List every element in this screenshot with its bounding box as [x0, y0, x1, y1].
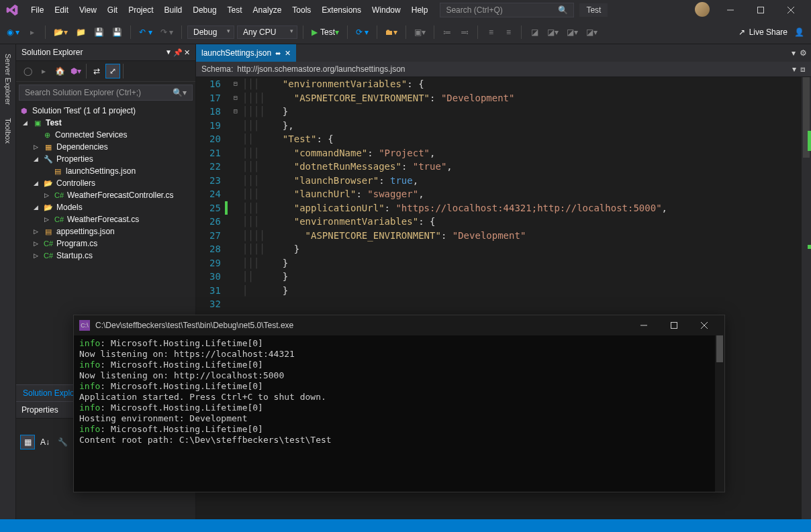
tool-btn-3[interactable]: ≕ [457, 25, 472, 40]
browser-link-button[interactable]: 🖿▾ [383, 25, 400, 40]
navigate-forward-button[interactable]: ▸ [25, 25, 40, 40]
tool-btn-4[interactable]: ≡ [483, 25, 498, 40]
solution-root[interactable]: ⬢ Solution 'Test' (1 of 1 project) [16, 105, 195, 117]
solution-explorer-tab[interactable]: Solution Explo [16, 385, 81, 401]
panel-dropdown-icon[interactable]: ▼ [165, 48, 172, 57]
expand-icon[interactable]: ▷ [31, 144, 40, 150]
console-title-text: C:\Dev\steffbeckers\test\Test\bin\Debug\… [95, 321, 293, 330]
appsettings-node[interactable]: ▷ ▤ appsettings.json [16, 225, 195, 237]
categorized-icon[interactable]: ▦ [20, 435, 35, 449]
config-dropdown[interactable]: Debug [187, 25, 234, 39]
alpha-icon[interactable]: A↓ [38, 435, 52, 449]
expand-icon[interactable]: ◢ [31, 156, 40, 162]
tool-btn-5[interactable]: ≡ [501, 25, 516, 40]
navigate-back-button[interactable]: ◉ ▾ [4, 25, 22, 40]
tool-btn-2[interactable]: ≔ [440, 25, 455, 40]
switch-view-icon[interactable]: ⬢▾ [68, 64, 83, 78]
solution-search-input[interactable]: Search Solution Explorer (Ctrl+;) 🔍▾ [19, 85, 193, 101]
menu-view[interactable]: View [74, 3, 102, 17]
menu-debug[interactable]: Debug [187, 3, 222, 17]
panel-close-icon[interactable]: ✕ [184, 48, 190, 57]
expand-icon[interactable]: ◢ [20, 119, 30, 126]
undo-button[interactable]: ↶ ▾ [136, 25, 154, 40]
back-icon[interactable]: ◯ [20, 64, 35, 78]
models-node[interactable]: ◢ 📂 Models [16, 201, 195, 213]
menu-edit[interactable]: Edit [49, 3, 74, 17]
global-search-input[interactable]: Search (Ctrl+Q) 🔍 [440, 3, 574, 17]
new-project-button[interactable]: 📂▾ [51, 25, 70, 40]
refresh-button[interactable]: ⟳ ▾ [353, 25, 371, 40]
save-button[interactable]: 💾 [91, 25, 107, 40]
platform-dropdown[interactable]: Any CPU [237, 25, 297, 39]
redo-button[interactable]: ↷ ▾ [158, 25, 176, 40]
tool-btn-6[interactable]: ◪▾ [544, 25, 561, 40]
sync-icon[interactable]: ⇄ [89, 64, 104, 78]
console-output[interactable]: info: Microsoft.Hosting.Lifetime[0] Now … [74, 335, 724, 492]
minimize-button[interactable] [715, 2, 745, 18]
wfc-node[interactable]: ▷ C# WeatherForecastController.cs [16, 189, 195, 201]
menu-file[interactable]: File [26, 3, 49, 17]
console-maximize-button[interactable] [659, 317, 689, 333]
feedback-button[interactable]: 👤 [792, 25, 807, 40]
filter-icon[interactable]: ⤢ [105, 64, 120, 78]
controllers-node[interactable]: ◢ 📂 Controllers [16, 177, 195, 189]
cs-icon: C# [43, 239, 54, 248]
main-toolbar: ◉ ▾ ▸ 📂▾ 📁 💾 💾 ↶ ▾ ↷ ▾ Debug Any CPU ▶ T… [0, 20, 811, 44]
program-node[interactable]: ▷ C# Program.cs [16, 237, 195, 250]
menu-git[interactable]: Git [102, 3, 123, 17]
expand-icon[interactable]: ◢ [31, 180, 40, 187]
maximize-button[interactable] [745, 2, 775, 18]
startup-node[interactable]: ▷ C# Startup.cs [16, 250, 195, 262]
schema-dropdown-icon[interactable]: ▾ [792, 64, 796, 74]
tool-btn-1[interactable]: ▣▾ [412, 25, 428, 40]
expand-icon[interactable]: ▷ [31, 228, 40, 235]
dependencies-node[interactable]: ▷ ▦ Dependencies [16, 141, 195, 153]
expand-icon[interactable]: ▷ [42, 192, 51, 199]
tab-dropdown-icon[interactable]: ▾ [792, 48, 796, 58]
expand-icon[interactable]: ▷ [31, 252, 40, 259]
wf-node[interactable]: ▷ C# WeatherForecast.cs [16, 213, 195, 225]
launchsettings-node[interactable]: ▤ launchSettings.json [16, 165, 195, 177]
bookmark-button[interactable]: ◪ [527, 25, 542, 40]
prop-icon[interactable]: 🔧 [55, 435, 70, 449]
live-share-button[interactable]: Live Share [749, 28, 788, 37]
home-icon[interactable]: 🏠 [52, 64, 67, 78]
expand-icon[interactable]: ◢ [31, 204, 40, 211]
menu-project[interactable]: Project [123, 3, 158, 17]
toolbox-tab[interactable]: Toolbox [2, 113, 14, 149]
settings-icon[interactable]: ⚙ [800, 48, 807, 58]
console-titlebar[interactable]: C:\ C:\Dev\steffbeckers\test\Test\bin\De… [74, 315, 724, 335]
close-tab-icon[interactable]: ✕ [285, 49, 291, 58]
panel-pin-icon[interactable]: 📌 [173, 48, 183, 57]
menu-analyze[interactable]: Analyze [248, 3, 287, 17]
menu-help[interactable]: Help [406, 3, 434, 17]
tool-btn-8[interactable]: ◪▾ [583, 25, 600, 40]
menu-extensions[interactable]: Extensions [316, 3, 367, 17]
fwd-icon[interactable]: ▸ [36, 64, 51, 78]
console-scrollbar[interactable] [715, 335, 724, 492]
open-file-button[interactable]: 📁 [73, 25, 89, 40]
vertical-scrollbar[interactable] [802, 77, 811, 519]
project-node[interactable]: ◢ ▣ Test [16, 117, 195, 129]
pin-icon[interactable]: ⬌ [275, 50, 281, 57]
start-debug-button[interactable]: ▶ Test ▾ [309, 25, 342, 40]
menu-window[interactable]: Window [367, 3, 406, 17]
file-tab-launchsettings[interactable]: launchSettings.json ⬌ ✕ [196, 44, 296, 62]
split-icon[interactable]: ⧈ [800, 64, 806, 74]
server-explorer-tab[interactable]: Server Explorer [2, 48, 14, 110]
close-button[interactable] [775, 2, 806, 18]
console-close-button[interactable] [689, 317, 719, 333]
menu-test[interactable]: Test [222, 3, 248, 17]
console-icon: C:\ [79, 320, 90, 331]
properties-node[interactable]: ◢ 🔧 Properties [16, 153, 195, 165]
schema-url[interactable]: http://json.schemastore.org/launchsettin… [237, 64, 405, 74]
user-avatar[interactable] [695, 2, 710, 17]
save-all-button[interactable]: 💾 [109, 25, 125, 40]
expand-icon[interactable]: ▷ [42, 216, 51, 223]
console-minimize-button[interactable] [628, 317, 659, 333]
menu-tools[interactable]: Tools [287, 3, 316, 17]
connected-services-node[interactable]: ⊕ Connected Services [16, 129, 195, 141]
tool-btn-7[interactable]: ◪▾ [564, 25, 581, 40]
menu-build[interactable]: Build [159, 3, 188, 17]
expand-icon[interactable]: ▷ [31, 240, 40, 247]
